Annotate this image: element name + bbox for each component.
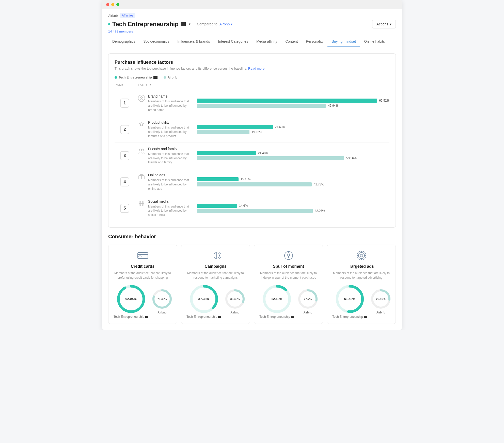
- breadcrumb-parent[interactable]: Airbnb: [108, 14, 118, 18]
- bar-tech-label-5: 14.6%: [239, 204, 248, 208]
- donut-tech-label-campaigns: Tech Entrepreneurship: [186, 315, 221, 319]
- svg-point-0: [138, 95, 145, 102]
- donut-tech-label-credit-cards: Tech Entrepreneurship: [114, 315, 148, 319]
- factor-icon-2: [138, 121, 145, 130]
- table-header: Rank Factor: [115, 83, 389, 90]
- bar-airbnb-label-3: 53.56%: [346, 156, 357, 160]
- tab-content[interactable]: Content: [281, 36, 302, 47]
- donut-row-targeted-ads: 51.58% Tech Entrepreneurship 26.16% Airb…: [331, 285, 391, 319]
- factor-icon-1: [138, 95, 145, 103]
- title-left: Tech Entrepreneurship ▾ Compared to: Air…: [108, 21, 232, 28]
- card-desc-credit-cards: Members of the audience that are likely …: [113, 271, 173, 280]
- actions-button[interactable]: Actions ▾: [372, 20, 396, 28]
- card-title-credit-cards: Credit cards: [113, 264, 173, 269]
- legend-light-dot: [164, 76, 166, 79]
- bar-teal-5: [197, 204, 237, 208]
- members-count: 14 478 members: [108, 29, 396, 33]
- donut-tech-label-spur-of-moment: Tech Entrepreneurship: [259, 315, 294, 319]
- svg-point-28: [360, 254, 363, 257]
- bar-airbnb-label-2: 19.16%: [251, 130, 262, 134]
- compared-dropdown-arrow[interactable]: ▾: [231, 22, 232, 26]
- factor-name-4: Online ads: [148, 173, 194, 177]
- card-title-spur-of-moment: Spur of moment: [258, 264, 319, 269]
- rank-badge-1: 1: [120, 99, 129, 108]
- factor-row-4: 4 Online ads Members of this audience th…: [115, 169, 389, 195]
- legend-teal-dot: [115, 76, 117, 79]
- card-icon-spur-of-moment: [258, 250, 319, 261]
- donut-airbnb-label-credit-cards: Airbnb: [158, 311, 167, 314]
- card-desc-targeted-ads: Members of the audience that are likely …: [331, 271, 391, 280]
- title-dropdown-arrow[interactable]: ▾: [189, 22, 190, 26]
- compared-to: Compared to: Airbnb ▾: [197, 22, 232, 26]
- donut-airbnb-campaigns: 30.46% Airbnb: [225, 289, 245, 314]
- purchase-desc: This graph shows the top purchase influe…: [115, 67, 389, 70]
- card-desc-spur-of-moment: Members of the audience that are likely …: [258, 271, 319, 280]
- bar-tech-4: 15.16%: [197, 177, 389, 181]
- col-rank: Rank: [115, 83, 135, 87]
- donut-airbnb-label-targeted-ads: Airbnb: [376, 311, 385, 314]
- tech-icon-campaigns: [218, 316, 221, 318]
- minimize-dot[interactable]: [111, 3, 114, 6]
- status-dot: [108, 23, 110, 25]
- bar-airbnb-1: 46.94%: [197, 104, 389, 108]
- svg-rect-11: [139, 256, 141, 257]
- svg-rect-9: [138, 252, 148, 259]
- legend-tech: Tech Entrepreneurship: [115, 75, 158, 79]
- donut-airbnb-targeted-ads: 26.16% Airbnb: [371, 289, 390, 314]
- bar-tech-2: 27.63%: [197, 125, 389, 129]
- purchase-section: Purchase influence factors This graph sh…: [108, 53, 396, 228]
- titlebar: [102, 0, 402, 9]
- consumer-card-spur-of-moment: Spur of moment Members of the audience t…: [254, 245, 323, 324]
- donut-tech-targeted-ads: 51.58% Tech Entrepreneurship: [332, 285, 367, 319]
- tab-media[interactable]: Media affinity: [252, 36, 281, 47]
- tab-influencers[interactable]: Influencers & brands: [173, 36, 214, 47]
- donut-tech-label-targeted-ads: Tech Entrepreneurship: [332, 315, 367, 319]
- audience-icon: [181, 22, 186, 26]
- bar-light-2: [197, 130, 249, 134]
- factor-icon-4: [138, 173, 145, 182]
- tab-demographics[interactable]: Demographics: [108, 36, 139, 47]
- app-window: Airbnb Affinities Tech Entrepreneurship …: [102, 0, 402, 330]
- card-title-targeted-ads: Targeted ads: [331, 264, 391, 269]
- bar-light-4: [197, 182, 312, 186]
- donut-tech-credit-cards: 92.04% Tech Entrepreneurship: [114, 285, 148, 319]
- close-dot[interactable]: [106, 3, 109, 6]
- tab-buying[interactable]: Buying mindset: [327, 36, 360, 47]
- svg-point-27: [358, 252, 365, 259]
- rank-badge-3: 3: [120, 151, 129, 160]
- card-title-campaigns: Campaigns: [185, 264, 246, 269]
- actions-arrow: ▾: [390, 22, 391, 26]
- title-row: Tech Entrepreneurship ▾ Compared to: Air…: [108, 20, 396, 28]
- rank-badge-4: 4: [120, 177, 129, 186]
- bar-light-3: [197, 156, 344, 160]
- tab-socioeconomics[interactable]: Socioeconomics: [139, 36, 173, 47]
- factor-icon-3: [138, 147, 145, 156]
- card-icon-campaigns: [185, 250, 246, 261]
- tab-personality[interactable]: Personality: [302, 36, 327, 47]
- bar-teal-1: [197, 99, 377, 103]
- compared-to-value[interactable]: Airbnb ▾: [219, 22, 232, 26]
- tab-interest[interactable]: Interest Categories: [214, 36, 252, 47]
- factor-name-5: Social media: [148, 199, 194, 203]
- bars-5: 14.6% 42.07%: [197, 204, 389, 213]
- bars-2: 27.63% 19.16%: [197, 125, 389, 134]
- factor-info-1: Brand name Members of this audience that…: [138, 94, 194, 112]
- main-content: Purchase influence factors This graph sh…: [102, 47, 402, 330]
- factor-name-3: Friends and family: [148, 147, 194, 151]
- factors-list: 1 Brand name Members of this audience th…: [115, 90, 389, 221]
- bars-1: 65.52% 46.94%: [197, 99, 389, 108]
- donut-tech-spur-of-moment: 12.68% Tech Entrepreneurship: [259, 285, 294, 319]
- card-icon-credit-cards: [113, 250, 173, 261]
- page-title: Tech Entrepreneurship: [112, 21, 179, 28]
- fullscreen-dot[interactable]: [116, 3, 119, 6]
- tab-online[interactable]: Online habits: [360, 36, 389, 47]
- consumer-section: Consumer behavior Credit cards Members o…: [108, 234, 396, 324]
- tech-icon-spur-of-moment: [291, 316, 294, 318]
- factor-row-2: 2 Product utility Members of this audien…: [115, 116, 389, 143]
- factor-row-3: 3 Friends and family Members of this aud…: [115, 143, 389, 169]
- factor-info-3: Friends and family Members of this audie…: [138, 147, 194, 165]
- card-icon-targeted-ads: [331, 250, 391, 261]
- donut-airbnb-credit-cards: 79.46% Airbnb: [152, 289, 172, 314]
- breadcrumb: Airbnb Affinities: [108, 13, 396, 18]
- read-more-link[interactable]: Read more: [248, 67, 264, 70]
